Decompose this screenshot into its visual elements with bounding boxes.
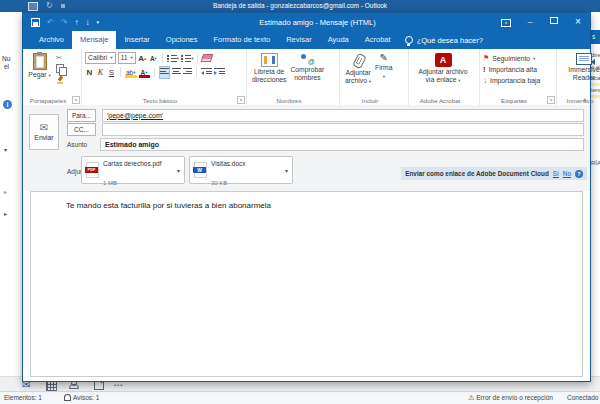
low-importance-button[interactable]: ↓ Importancia baja <box>483 75 553 85</box>
to-recipient[interactable]: 'pepe@pepe.com' <box>107 112 163 119</box>
send-receive-icon[interactable]: ↻ <box>46 0 53 12</box>
font-name-select[interactable]: Calibri▾ <box>85 52 116 64</box>
dialog-launcher-icon[interactable]: ↘ <box>72 96 80 104</box>
font-color-button[interactable]: A▾ <box>139 67 150 78</box>
tab-archivo[interactable]: Archivo <box>31 31 72 49</box>
numbering-button[interactable]: ▾ <box>181 53 193 64</box>
decrease-indent-button[interactable] <box>201 67 212 78</box>
customize-qat-icon[interactable]: ▾ <box>96 19 99 25</box>
paste-button[interactable]: Pegar ▾ <box>26 51 53 84</box>
attachment-dropdown-icon[interactable]: ▾ <box>177 167 180 174</box>
save-icon[interactable] <box>31 18 40 27</box>
bullets-icon <box>167 54 177 62</box>
adobe-no-link[interactable]: No <box>563 170 571 177</box>
immersive-reader-button[interactable]: ImmersiveReader <box>560 51 600 82</box>
minimize-button[interactable]: – <box>518 13 542 31</box>
bell-icon <box>64 394 71 400</box>
previous-item-icon[interactable]: ↑ <box>74 18 78 27</box>
cc-button[interactable]: CC... <box>67 123 96 136</box>
underline-button[interactable]: S <box>107 67 116 78</box>
restore-button[interactable] <box>542 13 566 31</box>
to-field[interactable]: 'pepe@pepe.com' <box>102 109 584 122</box>
qat-more-icon[interactable] <box>61 4 65 8</box>
help-icon[interactable]: ? <box>575 170 583 178</box>
left-pane-fragment: el <box>4 63 9 70</box>
basic-text-group: Calibri▾ 11▾ A▴ A▾ ▾ ▾ N K S <box>82 49 247 105</box>
italic-button[interactable]: K <box>96 67 105 78</box>
immersive-group: ImmersiveReader Inmersivo <box>557 49 600 105</box>
status-items-count: Elementos: 1 <box>4 392 42 404</box>
tab-mensaje[interactable]: Mensaje <box>72 31 116 49</box>
message-window-title: Estimado amigo - Mensaje (HTML) <box>141 18 494 27</box>
next-item-icon[interactable]: ↓ <box>85 18 89 27</box>
follow-up-button[interactable]: ⚑ Seguimiento▾ <box>483 53 553 63</box>
adobe-prompt: Enviar como enlace de Adobe Document Clo… <box>405 170 549 177</box>
folder-expand-icon[interactable]: ▾ <box>4 146 7 153</box>
align-left-button[interactable] <box>159 66 170 79</box>
envelope-icon: ✉ <box>40 123 48 133</box>
close-button[interactable]: × <box>566 13 590 31</box>
attachment-word[interactable]: W Visitas.docx 30 KB ▾ <box>189 156 293 184</box>
message-body-editor[interactable]: Te mando esta facturilla por si tuvieras… <box>30 191 583 377</box>
collapse-ribbon-icon[interactable]: ∧ <box>583 96 587 103</box>
window-controls: ∧ – × <box>494 13 590 31</box>
high-importance-icon: ! <box>483 65 486 74</box>
group-label: Nombres <box>247 97 331 104</box>
low-importance-icon: ↓ <box>483 76 487 85</box>
undo-icon[interactable]: ↶ <box>47 18 54 27</box>
dialog-launcher-icon[interactable]: ↘ <box>237 96 245 104</box>
highlight-color-button[interactable]: ab▾ <box>125 67 137 78</box>
more-nav-icon[interactable]: ••• <box>114 382 123 388</box>
increase-indent-button[interactable] <box>214 67 225 78</box>
attach-file-button[interactable]: Adjuntararchivo ▾ <box>343 51 373 95</box>
tab-insertar[interactable]: Insertar <box>116 31 157 49</box>
tab-opciones[interactable]: Opciones <box>158 31 206 49</box>
signature-button[interactable]: ✎ Firma▾ <box>373 51 394 95</box>
attachment-name: Visitas.docx <box>211 160 246 167</box>
ribbon-display-options-button[interactable]: ∧ <box>494 13 518 31</box>
attachment-dropdown-icon[interactable]: ▾ <box>285 167 288 174</box>
attachment-pdf[interactable]: PDF Cartas derechos.pdf 1 MB ▾ <box>81 156 185 184</box>
align-center-icon <box>172 68 181 76</box>
status-send-error[interactable]: ⚠ Error de envío o recepción <box>468 392 553 404</box>
subject-field[interactable]: Estimado amigo <box>100 138 584 151</box>
warning-icon: ⚠ <box>468 392 474 404</box>
tab-formato-de-texto[interactable]: Formato de texto <box>206 31 279 49</box>
adobe-yes-link[interactable]: Sí <box>553 170 559 177</box>
names-group: Libreta dedirecciones Comprobarnombres N… <box>247 49 340 105</box>
bullets-button[interactable]: ▾ <box>167 53 179 64</box>
address-book-button[interactable]: Libreta dedirecciones <box>250 51 288 95</box>
cut-icon[interactable]: ✂ <box>56 54 64 61</box>
high-importance-button[interactable]: ! Importancia alta <box>483 64 553 74</box>
copy-icon[interactable] <box>56 64 64 73</box>
align-right-button[interactable] <box>183 67 192 78</box>
main-window-title: Bandeja de salida - gonzalezcabarcos@gma… <box>0 0 600 12</box>
to-button[interactable]: Para... <box>67 109 96 122</box>
redo-icon[interactable]: ↷ <box>61 18 68 27</box>
clear-formatting-button[interactable] <box>202 53 212 64</box>
ribbon: Pegar ▾ ✂ Portapapeles ↘ Calibri▾ <box>23 49 590 106</box>
tell-me-box[interactable]: ¿Qué desea hacer? <box>399 31 489 49</box>
eraser-icon <box>201 54 214 62</box>
info-icon: i <box>3 100 12 109</box>
decrease-font-button[interactable]: A▾ <box>149 53 158 64</box>
font-size-select[interactable]: 11▾ <box>118 52 136 64</box>
dialog-launcher-icon[interactable]: ↘ <box>547 96 555 104</box>
folder-collapse-icon[interactable]: ▸ <box>4 188 7 195</box>
include-group: Adjuntararchivo ▾ ✎ Firma▾ Incluir <box>340 49 409 105</box>
tab-ayuda[interactable]: Ayuda <box>320 31 357 49</box>
send-button[interactable]: ✉ Enviar <box>29 114 59 150</box>
cc-field[interactable] <box>102 123 584 136</box>
attach-via-link-button[interactable]: Adjuntar archivovía enlace ▾ <box>412 51 474 84</box>
increase-font-button[interactable]: A▴ <box>138 53 147 64</box>
format-painter-icon[interactable] <box>56 76 64 84</box>
left-pane-fragment: Nu <box>2 55 10 62</box>
tab-acrobat[interactable]: Acrobat <box>357 31 399 49</box>
align-center-button[interactable] <box>172 67 181 78</box>
ribbon-tabs: Archivo Mensaje Insertar Opciones Format… <box>23 31 590 49</box>
tab-revisar[interactable]: Revisar <box>278 31 319 49</box>
check-names-button[interactable]: Comprobarnombres <box>288 51 326 95</box>
bold-button[interactable]: N <box>85 67 94 78</box>
subject-label: Asunto <box>67 141 94 148</box>
folder-expand-icon[interactable]: ▸ <box>4 210 7 217</box>
